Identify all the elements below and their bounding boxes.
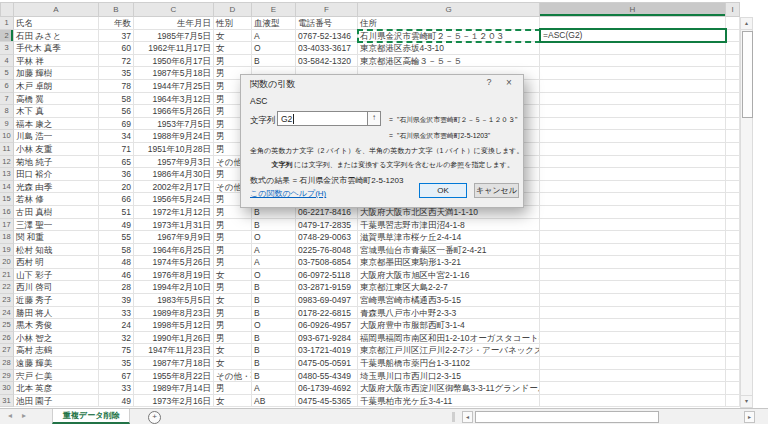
cell-G31[interactable]: 千葉県柏市光ケ丘3-4-11	[358, 395, 540, 408]
vertical-scroll-thumb[interactable]	[742, 31, 753, 118]
cell-E19[interactable]: A	[252, 244, 296, 257]
cell-C10[interactable]: 1988年9月24日	[134, 130, 214, 143]
cell-F25[interactable]: 06-0926-4957	[296, 319, 358, 332]
cell-H11[interactable]	[540, 143, 726, 156]
cell-F1[interactable]: 電話番号	[296, 17, 358, 30]
row-header-26[interactable]: 26	[0, 332, 14, 345]
cell-B7[interactable]: 58	[99, 93, 134, 106]
cell-C22[interactable]: 1994年2月10日	[134, 281, 214, 294]
cell-H8[interactable]	[540, 105, 726, 118]
cell-C8[interactable]: 1966年5月26日	[134, 105, 214, 118]
cell-C31[interactable]: 1973年2月16日	[134, 395, 214, 408]
cell-I14[interactable]	[726, 181, 740, 194]
cell-B11[interactable]: 71	[99, 143, 134, 156]
cell-D20[interactable]: 男	[214, 256, 252, 269]
cell-A1[interactable]: 氏名	[14, 17, 99, 30]
row-header-11[interactable]: 11	[0, 143, 14, 156]
cell-E1[interactable]: 血液型	[252, 17, 296, 30]
argument-input[interactable]: G2 ↑	[277, 111, 381, 126]
cell-C24[interactable]: 1989年8月23日	[134, 307, 214, 320]
cell-A25[interactable]: 黒木 秀俊	[14, 319, 99, 332]
cell-A8[interactable]: 木下 真	[14, 105, 99, 118]
cell-B17[interactable]: 49	[99, 219, 134, 232]
cell-F22[interactable]: 03-2871-9159	[296, 281, 358, 294]
cell-G20[interactable]: 東京都墨田区東駒形1-3-21	[358, 256, 540, 269]
cell-A12[interactable]: 菊地 純子	[14, 156, 99, 169]
cell-A31[interactable]: 池田 園子	[14, 395, 99, 408]
row-header-23[interactable]: 23	[0, 294, 14, 307]
add-sheet-icon[interactable]: +	[148, 411, 161, 424]
row-header-9[interactable]: 9	[0, 118, 14, 131]
cell-I29[interactable]	[726, 370, 740, 383]
scrollbar-splitter[interactable]	[452, 412, 455, 422]
scroll-right-icon[interactable]: ▸	[744, 411, 755, 423]
cell-G23[interactable]: 宮崎県宮崎市橘通西3-5-15	[358, 294, 540, 307]
cell-H10[interactable]	[540, 130, 726, 143]
cell-G4[interactable]: 東京都港区高輪３－５－５	[358, 55, 540, 68]
cell-A30[interactable]: 北本 英彦	[14, 382, 99, 395]
cell-I20[interactable]	[726, 256, 740, 269]
column-header-F[interactable]: F	[296, 2, 358, 17]
cell-I9[interactable]	[726, 118, 740, 131]
row-header-19[interactable]: 19	[0, 244, 14, 257]
cell-B19[interactable]: 58	[99, 244, 134, 257]
cell-B25[interactable]: 24	[99, 319, 134, 332]
cell-I23[interactable]	[726, 294, 740, 307]
cell-H19[interactable]	[540, 244, 726, 257]
cell-A26[interactable]: 小林 智之	[14, 332, 99, 345]
cell-A16[interactable]: 古田 真樹	[14, 206, 99, 219]
row-header-1[interactable]: 1	[0, 17, 14, 30]
cell-B9[interactable]: 69	[99, 118, 134, 131]
cell-C25[interactable]: 1998年5月12日	[134, 319, 214, 332]
cell-D23[interactable]: 女	[214, 294, 252, 307]
cell-B12[interactable]: 65	[99, 156, 134, 169]
cell-A4[interactable]: 平林 祥	[14, 55, 99, 68]
cell-A7[interactable]: 高橋 翼	[14, 93, 99, 106]
cell-I15[interactable]	[726, 193, 740, 206]
cell-H28[interactable]	[540, 357, 726, 370]
cell-G22[interactable]: 東京都江東区大島2-2-7	[358, 281, 540, 294]
cell-C30[interactable]: 1989年7月14日	[134, 382, 214, 395]
cell-A21[interactable]: 山下 彩子	[14, 269, 99, 282]
cell-B3[interactable]: 60	[99, 42, 134, 55]
cell-F31[interactable]: 0475-45-5365	[296, 395, 358, 408]
row-header-25[interactable]: 25	[0, 319, 14, 332]
cell-B8[interactable]: 56	[99, 105, 134, 118]
cell-B23[interactable]: 39	[99, 294, 134, 307]
row-header-29[interactable]: 29	[0, 370, 14, 383]
cell-I31[interactable]	[726, 395, 740, 408]
cell-F23[interactable]: 0983-69-0497	[296, 294, 358, 307]
cell-I7[interactable]	[726, 93, 740, 106]
cell-H9[interactable]	[540, 118, 726, 131]
cell-B18[interactable]: 55	[99, 231, 134, 244]
cell-I22[interactable]	[726, 281, 740, 294]
cell-C27[interactable]: 1947年11月23日	[134, 344, 214, 357]
ok-button[interactable]: OK	[419, 183, 467, 198]
argument-input-value[interactable]: G2	[281, 114, 292, 124]
cell-I4[interactable]	[726, 55, 740, 68]
cell-C26[interactable]: 1990年1月26日	[134, 332, 214, 345]
cell-C7[interactable]: 1964年3月12日	[134, 93, 214, 106]
cell-G30[interactable]: 大阪府大阪市西淀川区御幣島3-3-11グランドール605	[358, 382, 540, 395]
cell-I5[interactable]	[726, 67, 740, 80]
cell-I21[interactable]	[726, 269, 740, 282]
row-header-15[interactable]: 15	[0, 193, 14, 206]
cell-I1[interactable]	[726, 17, 740, 30]
cell-D19[interactable]: 男	[214, 244, 252, 257]
cell-E18[interactable]: O	[252, 231, 296, 244]
cell-I12[interactable]	[726, 156, 740, 169]
function-help-link[interactable]: この関数のヘルプ(H)	[250, 188, 326, 199]
row-header-4[interactable]: 4	[0, 55, 14, 68]
cell-F2[interactable]: 0767-52-1346	[296, 30, 358, 43]
close-icon[interactable]: ×	[503, 77, 515, 88]
cell-D29[interactable]: その他・不明	[214, 370, 252, 383]
cell-B4[interactable]: 72	[99, 55, 134, 68]
cell-A6[interactable]: 木戸 卓朗	[14, 80, 99, 93]
active-cell-h2[interactable]: =ASC(G2)	[539, 28, 727, 43]
cell-D21[interactable]: 女	[214, 269, 252, 282]
dialog-title[interactable]: 関数の引数	[250, 78, 295, 91]
cell-A28[interactable]: 遠藤 輝美	[14, 357, 99, 370]
cell-G27[interactable]: 東京都江戸川区江戸川2-2-7ジ・アーバネックス816	[358, 344, 540, 357]
cell-H21[interactable]	[540, 269, 726, 282]
column-header-I[interactable]: I	[726, 2, 740, 17]
